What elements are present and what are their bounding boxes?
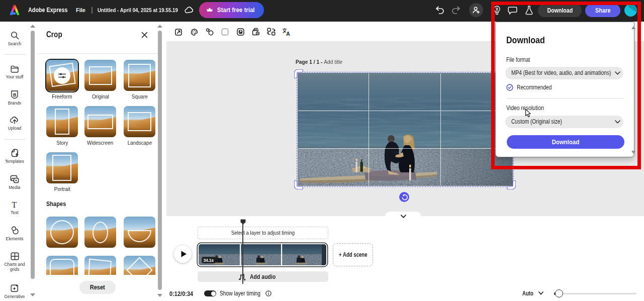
svg-text:T: T <box>12 200 17 209</box>
svg-text:A: A <box>286 31 290 36</box>
svg-text:B: B <box>13 92 17 97</box>
